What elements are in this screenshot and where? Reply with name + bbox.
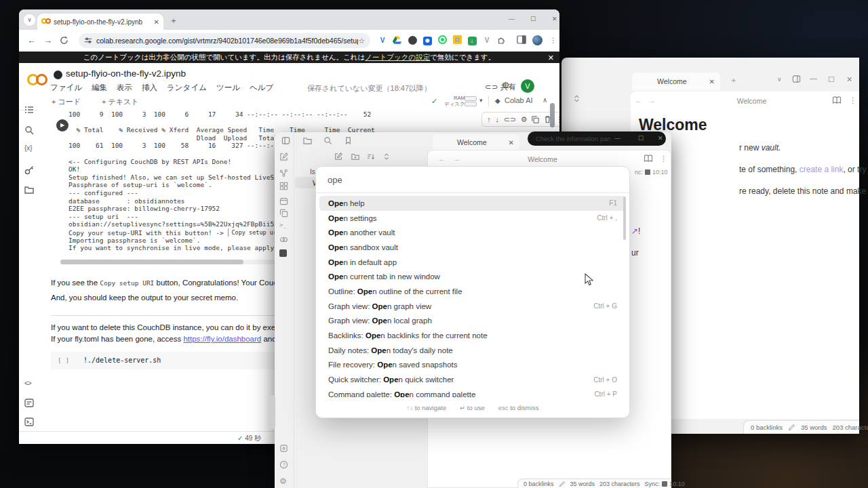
terminal-ribbon-icon[interactable]: >_ (279, 222, 287, 228)
daily-note-calendar-icon[interactable] (279, 197, 288, 205)
folder-icon[interactable] (303, 136, 312, 145)
variables-icon[interactable]: {x} (24, 144, 33, 152)
more-options-icon[interactable]: ⋮ (849, 96, 856, 105)
new-note-ribbon-icon[interactable] (279, 152, 288, 161)
move-cell-down-icon[interactable]: ↓ (495, 115, 499, 123)
scrollbar-thumb[interactable] (270, 395, 275, 429)
forward-icon[interactable]: → (648, 96, 656, 104)
menu-item[interactable]: ランタイム (167, 83, 207, 93)
table-of-contents-icon[interactable] (24, 105, 34, 115)
resource-labels[interactable]: RAMディスク (444, 95, 465, 107)
extension-v-icon[interactable]: V (377, 35, 388, 46)
tab-welcome[interactable]: Welcome ✕ (632, 73, 720, 90)
palette-item[interactable]: Command palette: Open command paletteCtr… (316, 387, 629, 397)
notification-toast[interactable]: Check the information panel — ☐ ✕ (528, 131, 666, 146)
menu-dots-icon[interactable]: ⋮ (548, 35, 559, 46)
output-horizontal-scrollbar[interactable] (60, 260, 291, 264)
profile-badge-icon[interactable]: ⚉ (422, 35, 433, 46)
sync-status[interactable]: Sync:10:10 (645, 481, 685, 487)
maximize-icon[interactable]: ☐ (828, 75, 835, 84)
graph-view-icon[interactable] (279, 169, 288, 178)
back-icon[interactable]: ← (27, 35, 36, 45)
minimize-icon[interactable]: — (509, 16, 515, 22)
gear-icon[interactable]: ⚙ (502, 81, 510, 89)
notebook-vertical-scrollbar[interactable] (550, 103, 555, 127)
search-icon[interactable] (323, 136, 332, 145)
palette-item[interactable]: File recovery: Open saved snapshots (316, 358, 629, 373)
collapse-icon[interactable]: ∧ (542, 97, 547, 104)
palette-item[interactable]: Quick switcher: Open quick switcherCtrl … (316, 372, 629, 387)
maximize-icon[interactable]: ☐ (530, 16, 536, 22)
back-icon[interactable]: ← (438, 155, 446, 163)
side-panel-icon[interactable] (517, 35, 528, 46)
sort-order-icon[interactable] (367, 152, 375, 161)
colab-ai-button[interactable]: Colab AI (505, 97, 533, 104)
fly-dashboard-link[interactable]: https://fly.io/dashboard (183, 335, 261, 343)
yellow-extension-icon[interactable] (452, 35, 462, 46)
site-settings-icon[interactable] (84, 37, 92, 45)
close-notification-icon[interactable]: ✕ (548, 52, 554, 64)
menu-item[interactable]: 挿入 (142, 83, 157, 93)
link-icon[interactable]: ⊂⊃ (485, 82, 498, 92)
chevrons-updown-icon[interactable] (572, 94, 581, 103)
palette-item[interactable]: Graph view: Open graph viewCtrl + G (316, 299, 629, 314)
new-tab-icon[interactable]: ＋ (730, 75, 737, 85)
move-cell-up-icon[interactable]: ↑ (487, 115, 491, 123)
new-note-icon[interactable] (334, 152, 342, 161)
palette-search-input[interactable]: ope (316, 167, 629, 193)
plugin-dark-icon[interactable] (279, 247, 287, 260)
menu-item[interactable]: ヘルプ (250, 83, 273, 93)
account-avatar[interactable]: V (521, 79, 534, 93)
canvas-grid-icon[interactable] (279, 182, 288, 190)
drive-icon[interactable] (392, 35, 403, 46)
notebook-title[interactable]: setup-flyio-on-the-fly-v2.ipynb (66, 68, 186, 79)
command-palette-icon[interactable] (24, 399, 34, 407)
cell-more-icon[interactable]: ⋮ (556, 115, 559, 124)
vault-switcher-icon[interactable] (279, 444, 288, 453)
reload-icon[interactable] (60, 36, 68, 45)
new-folder-icon[interactable] (351, 152, 359, 161)
tab-search-icon[interactable]: ∨ (24, 14, 35, 26)
back-icon[interactable]: ← (635, 96, 642, 104)
forward-icon[interactable]: → (453, 155, 460, 163)
menu-item[interactable]: ファイル (50, 83, 82, 93)
gray-v-extension-icon[interactable]: V (481, 35, 492, 46)
github-icon[interactable] (54, 70, 62, 79)
palette-item[interactable]: Open current tab in new window (316, 269, 629, 284)
minimize-icon[interactable]: — (810, 74, 817, 82)
palette-item[interactable]: Graph view: Open local graph (316, 314, 629, 329)
notebook-settings-link[interactable]: ノートブックの設定 (365, 53, 430, 61)
code-snippets-icon[interactable]: <> (24, 380, 31, 387)
settings-gear-icon[interactable]: ⚙ (279, 476, 287, 486)
more-options-icon[interactable]: ⋮ (660, 155, 667, 163)
palette-item[interactable]: Open another vault (316, 225, 629, 240)
add-text-button[interactable]: + テキスト (102, 97, 139, 107)
extensions-puzzle-icon[interactable] (496, 35, 507, 46)
bookmark-icon[interactable] (344, 136, 353, 145)
close-icon[interactable]: ✕ (846, 75, 852, 84)
sidebar-toggle-icon[interactable] (792, 75, 801, 83)
tab-welcome[interactable]: Welcome ✕ (433, 134, 519, 150)
cell-settings-gear-icon[interactable]: ⚙ (521, 115, 528, 124)
new-tab-icon[interactable]: ＋ (170, 15, 178, 26)
templates-copy-icon[interactable] (279, 209, 288, 218)
files-folder-icon[interactable] (24, 185, 34, 195)
search-icon[interactable] (24, 125, 34, 135)
add-code-button[interactable]: + コード (52, 97, 81, 107)
palette-item[interactable]: Outline: Open outline of the current fil… (316, 284, 629, 299)
address-bar[interactable]: colab.research.google.com/gist/vrtmrz/94… (79, 33, 370, 48)
download-extension-icon[interactable]: ↓ (467, 35, 477, 46)
close-icon[interactable]: ✕ (709, 78, 715, 85)
menu-item[interactable]: ツール (216, 83, 240, 93)
dark-extension-icon[interactable] (407, 35, 418, 46)
edit-mode-icon[interactable] (559, 481, 566, 487)
edit-mode-icon[interactable] (788, 424, 795, 431)
menu-item[interactable]: 編集 (92, 83, 107, 93)
close-icon[interactable]: ✕ (552, 16, 557, 22)
livesync-icon[interactable] (279, 235, 288, 244)
palette-item[interactable]: Open in default app (316, 255, 629, 270)
create-link-link[interactable]: create a link (800, 165, 844, 174)
terminal-icon[interactable] (24, 418, 34, 426)
backlinks-count[interactable]: 0 backlinks (751, 424, 783, 431)
palette-item[interactable]: Open settingsCtrl + , (316, 211, 629, 226)
